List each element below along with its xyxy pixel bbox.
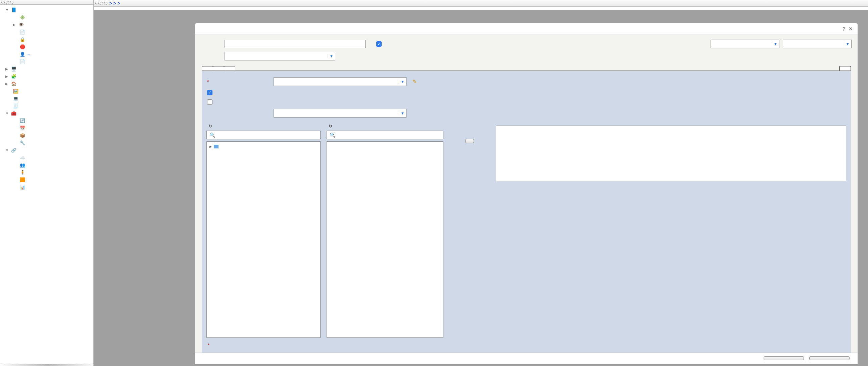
shield-star-icon: ✳️ [20,14,26,20]
rule-name-input[interactable] [224,40,366,48]
tree-remote-management[interactable]: 🟧 [0,176,93,183]
traffic-light-min[interactable] [6,1,9,4]
chevron-down-icon: ▼ [399,111,406,115]
add-button[interactable] [764,356,804,360]
sidebar-splitter[interactable] [0,364,93,366]
dns-icon: 📄 [20,59,26,64]
search-icon: 🔍 [210,132,215,138]
main-traffic-light-max[interactable] [104,2,107,5]
refresh-apps-icon[interactable]: ↻ [329,124,332,129]
toolbox-icon: 🧰 [11,111,17,116]
action-select[interactable]: ▼ [224,52,335,60]
application-filters-heading: ↻ [207,124,320,129]
main-window-header: > > > [94,0,868,7]
tab-networks[interactable] [213,66,224,70]
add-rule-modal: ? ✕ ▼ ▼ ▼ [195,23,858,365]
tree-device-management[interactable]: ▶🖥️ [0,65,93,72]
remote-icon: 🟧 [20,177,26,182]
tree-tools[interactable]: ▼🧰 [0,110,93,117]
exclude-user-agents-box[interactable] [496,126,846,181]
license-icon: 🧾 [13,103,19,109]
tree-local[interactable]: ▶🏠 [0,80,93,87]
tab-ports[interactable] [224,66,235,70]
required-field-note: * [207,339,846,348]
close-icon[interactable]: ✕ [848,26,853,32]
tree-scheduling[interactable]: 📅 [0,124,93,132]
alert-icon: 🛑 [20,44,26,49]
available-applications-heading: ↻ [327,124,443,129]
use-active-auth-checkbox[interactable] [207,90,213,95]
add-to-rule-button[interactable] [465,139,474,143]
update-icon: 💻 [13,96,19,101]
chevron-down-icon: ▼ [772,42,779,46]
apps-list [327,141,443,338]
main-traffic-light-close[interactable] [95,2,99,5]
sidebar-window-header [0,0,93,5]
backup-icon: 🔄 [20,118,26,123]
tab-zones[interactable] [202,66,213,70]
eye-icon: 👁️ [18,22,24,27]
enabled-checkbox[interactable] [376,41,382,47]
tree-troubleshooting[interactable]: 🔧 [0,139,93,146]
estreamer-icon: 📊 [20,184,26,190]
integration-icon: 🔗 [11,147,17,153]
chevron-down-icon: ▼ [399,80,406,84]
tree-system-information[interactable]: 🖼️ [0,87,93,95]
calendar-icon: 📅 [20,125,26,131]
tree-ssl[interactable]: 🔒 [0,36,93,43]
folder-icon: 📘 [11,7,17,12]
tree-realms[interactable]: 👥 [0,161,93,169]
tree-intrusion[interactable]: ▶👁️ [0,21,93,28]
edit-realm-icon[interactable]: ✎ [412,79,417,85]
apps-search[interactable]: 🔍 [327,131,443,139]
traffic-light-max[interactable] [10,1,13,4]
identify-guest-checkbox[interactable] [207,99,213,105]
wrench-icon: 🔧 [20,140,26,145]
file-icon: 📄 [20,29,26,35]
tree-files[interactable]: 📄 [0,28,93,36]
filters-list: ▸ [207,141,320,338]
chevron-down-icon: ▼ [844,42,851,46]
object-icon: 🧩 [11,73,17,79]
help-icon[interactable]: ? [842,26,845,32]
realm-field-label: * [207,79,270,84]
cloud-icon: ☁️ [20,155,26,160]
tree-dns-policy[interactable]: 📄 [0,58,93,65]
risks-group-header[interactable]: ▸ [207,142,320,151]
insert-group-select[interactable]: ▼ [783,40,851,48]
realm-select[interactable]: ▼ [274,77,406,86]
filters-search-input[interactable] [217,132,319,138]
tree-policies[interactable]: ▼📘 [0,6,93,13]
insert-select[interactable]: ▼ [711,40,779,48]
tree-identity-sources[interactable]: 🧍 [0,169,93,176]
lock-icon: 🔒 [20,37,26,42]
traffic-light-close[interactable] [1,1,5,4]
cancel-button[interactable] [809,356,849,360]
tree-access-control[interactable]: ✳️ [0,13,93,21]
main-traffic-light-min[interactable] [100,2,103,5]
device-icon: 🖥️ [11,66,17,71]
nav-tree: ▼📘 ✳️ ▶👁️ 📄 🔒 🛑 👤 📄 ▶🖥️ ▶🧩 ▶🏠 🖼️ 💻 🧾 ▼🧰 … [0,5,93,192]
filters-search[interactable]: 🔍 [207,131,320,139]
tree-actions-alerts[interactable]: 🛑 [0,43,93,50]
tree-updates[interactable]: 💻 [0,95,93,102]
refresh-filters-icon[interactable]: ↻ [209,124,212,129]
search-icon: 🔍 [330,132,335,138]
realm-icon: 👥 [20,162,26,167]
tree-cisco-csi[interactable]: ☁️ [0,154,93,161]
chevron-down-icon: ▼ [328,54,335,58]
tree-backup-restore[interactable]: 🔄 [0,117,93,124]
tree-integration[interactable]: ▼🔗 [0,146,93,154]
tree-estreamer[interactable]: 📊 [0,183,93,191]
tree-licenses[interactable]: 🧾 [0,102,93,110]
authtype-select[interactable]: ▼ [274,109,406,118]
tab-realm-settings[interactable] [839,66,851,70]
import-export-icon: 📦 [20,133,26,138]
person-icon: 👤 [20,51,26,57]
tree-identity-policy[interactable]: 👤 [0,50,93,58]
info-icon: 🖼️ [13,88,19,94]
tree-object-management[interactable]: ▶🧩 [0,72,93,80]
id-source-icon: 🧍 [20,170,26,175]
apps-search-input[interactable] [337,132,442,138]
tree-import-export[interactable]: 📦 [0,132,93,139]
